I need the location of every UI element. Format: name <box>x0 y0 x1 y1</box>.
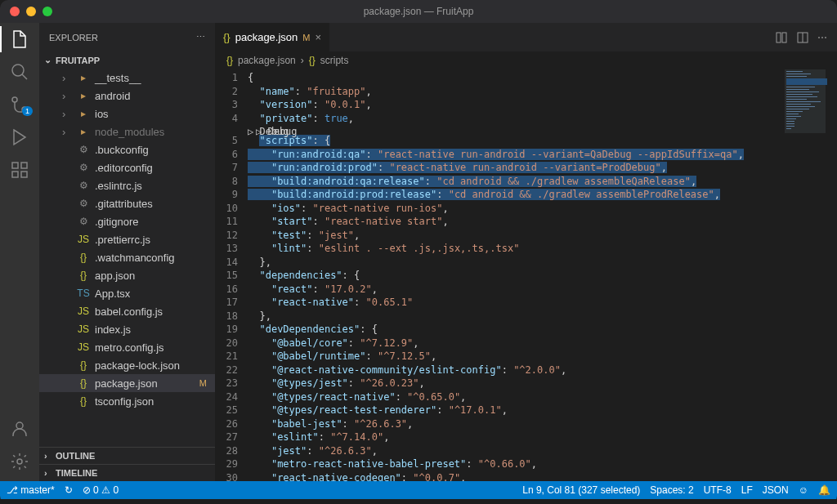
svg-rect-23 <box>786 101 821 102</box>
svg-rect-15 <box>786 76 807 77</box>
accounts-icon[interactable] <box>10 419 29 439</box>
tab-bar: {} package.json M × ⋯ <box>215 23 837 51</box>
scm-badge: 1 <box>22 106 33 116</box>
window-title: package.json — FruitApp <box>364 6 474 17</box>
feedback-icon[interactable]: ☺ <box>799 484 808 496</box>
svg-rect-13 <box>786 71 803 72</box>
bell-icon[interactable]: 🔔 <box>818 484 830 496</box>
svg-point-0 <box>12 65 24 76</box>
svg-rect-18 <box>786 89 809 90</box>
folder-item[interactable]: ›▸node_modules <box>39 123 215 140</box>
chevron-right-icon: › <box>301 55 304 66</box>
indentation[interactable]: Spaces: 2 <box>650 484 693 496</box>
sync-icon[interactable]: ↻ <box>65 484 73 496</box>
svg-rect-22 <box>786 99 807 100</box>
svg-point-1 <box>12 97 17 102</box>
folder-item[interactable]: ›▸ios <box>39 105 215 123</box>
file-item[interactable]: JSindex.js <box>39 320 215 338</box>
svg-rect-20 <box>786 94 812 95</box>
run-debug-icon[interactable] <box>10 127 29 147</box>
file-item[interactable]: ⚙.eslintrc.js <box>39 176 215 194</box>
split-editor-icon[interactable] <box>796 31 809 44</box>
breadcrumb-file: package.json <box>238 55 296 66</box>
settings-gear-icon[interactable] <box>10 452 29 471</box>
json-icon: {} <box>226 55 233 66</box>
svg-rect-17 <box>786 87 815 87</box>
editor-group: {} package.json M × ⋯ {} package.json › … <box>215 23 837 481</box>
extensions-icon[interactable] <box>10 160 29 180</box>
svg-rect-3 <box>12 163 18 168</box>
maximize-window-button[interactable] <box>43 7 52 16</box>
svg-point-7 <box>16 422 23 429</box>
svg-rect-34 <box>786 128 791 129</box>
svg-rect-29 <box>786 116 801 117</box>
svg-rect-4 <box>21 163 27 168</box>
code-editor[interactable]: 1234567891011121314151617181920212223242… <box>215 69 837 481</box>
chevron-right-icon: › <box>44 468 56 478</box>
folder-item[interactable]: ›▸__tests__ <box>39 69 215 87</box>
file-item[interactable]: {}tsconfig.json <box>39 392 215 410</box>
tab-package-json[interactable]: {} package.json M × <box>215 23 330 51</box>
file-tree: ›▸__tests__›▸android›▸ios›▸node_modules⚙… <box>39 69 215 447</box>
svg-rect-9 <box>777 33 781 42</box>
svg-rect-28 <box>786 114 799 114</box>
problems-indicator[interactable]: ⊘ 0 ⚠ 0 <box>83 484 119 496</box>
file-item[interactable]: JS.prettierrc.js <box>39 230 215 248</box>
file-item[interactable]: {}.watchmanconfig <box>39 248 215 266</box>
timeline-section[interactable]: ›TIMELINE <box>39 464 215 481</box>
status-bar: ⎇ master* ↻ ⊘ 0 ⚠ 0 Ln 9, Col 81 (327 se… <box>0 481 837 499</box>
svg-rect-32 <box>786 123 794 124</box>
folder-item[interactable]: ›▸android <box>39 87 215 105</box>
more-actions-icon[interactable]: ⋯ <box>817 32 827 43</box>
file-item[interactable]: JSmetro.config.js <box>39 338 215 356</box>
svg-rect-21 <box>786 96 817 97</box>
encoding[interactable]: UTF-8 <box>704 484 732 496</box>
svg-rect-19 <box>786 91 819 92</box>
project-name: FRUITAPP <box>56 56 100 65</box>
file-item[interactable]: {}app.json <box>39 266 215 284</box>
explorer-header: EXPLORER <box>49 33 98 42</box>
breadcrumb-path: scripts <box>320 55 349 66</box>
minimize-window-button[interactable] <box>26 7 36 16</box>
activity-bar: 1 <box>0 23 39 481</box>
close-window-button[interactable] <box>10 7 20 16</box>
source-control-icon[interactable]: 1 <box>10 95 29 114</box>
file-item[interactable]: ⚙.gitattributes <box>39 194 215 212</box>
file-item[interactable]: ⚙.editorconfig <box>39 158 215 176</box>
svg-rect-27 <box>786 111 803 112</box>
compare-icon[interactable] <box>775 31 788 44</box>
breadcrumb[interactable]: {} package.json › {} scripts <box>215 51 837 69</box>
svg-rect-25 <box>786 106 815 107</box>
minimap[interactable] <box>780 69 837 480</box>
svg-rect-10 <box>782 33 786 42</box>
chevron-right-icon: › <box>44 451 56 461</box>
svg-rect-26 <box>786 109 809 109</box>
file-item[interactable]: ⚙.gitignore <box>39 212 215 230</box>
json-icon: {} <box>223 31 231 43</box>
explorer-more-icon[interactable]: ⋯ <box>196 32 205 42</box>
close-tab-icon[interactable]: × <box>315 31 321 43</box>
explorer-icon[interactable] <box>10 29 29 49</box>
language-mode[interactable]: JSON <box>763 484 789 496</box>
svg-rect-6 <box>21 172 27 177</box>
branch-indicator[interactable]: ⎇ master* <box>7 484 55 496</box>
file-item[interactable]: TSApp.tsx <box>39 284 215 302</box>
svg-rect-30 <box>786 118 796 119</box>
titlebar: package.json — FruitApp <box>0 0 837 23</box>
tab-modified-indicator: M <box>302 33 310 42</box>
svg-point-8 <box>17 459 22 464</box>
svg-rect-14 <box>786 74 811 74</box>
eol[interactable]: LF <box>741 484 753 496</box>
svg-rect-16 <box>786 78 827 85</box>
file-item[interactable]: {}package.jsonM <box>39 374 215 392</box>
file-item[interactable]: JSbabel.config.js <box>39 302 215 320</box>
search-icon[interactable] <box>10 62 29 82</box>
file-item[interactable]: ⚙.buckconfig <box>39 140 215 158</box>
tab-filename: package.json <box>235 31 298 43</box>
chevron-down-icon: ⌄ <box>44 55 56 65</box>
file-item[interactable]: {}package-lock.json <box>39 356 215 374</box>
outline-section[interactable]: ›OUTLINE <box>39 447 215 464</box>
project-section[interactable]: ⌄ FRUITAPP <box>39 51 215 69</box>
svg-rect-33 <box>786 126 794 127</box>
cursor-position[interactable]: Ln 9, Col 81 (327 selected) <box>522 484 640 496</box>
